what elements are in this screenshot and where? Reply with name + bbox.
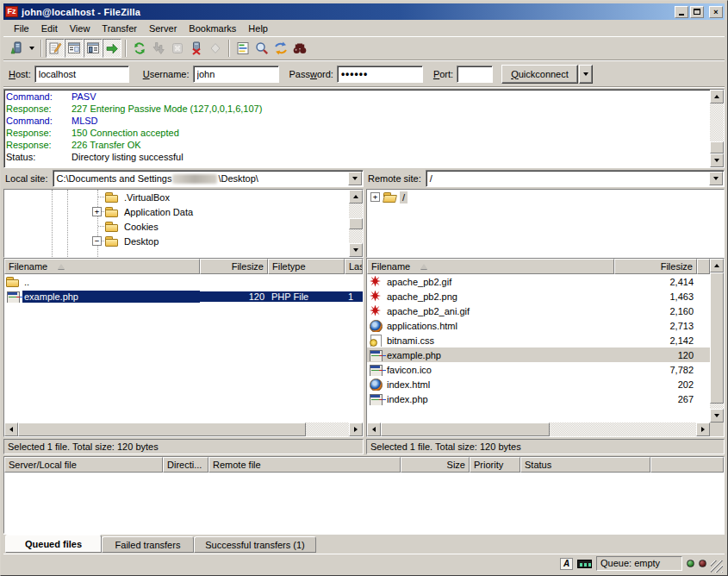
scroll-down-button[interactable] — [349, 243, 363, 257]
local-site-combobox[interactable]: C:\Documents and Settings\Desktop\ — [53, 170, 364, 187]
scroll-thumb[interactable] — [18, 423, 306, 436]
remote-site-combobox[interactable]: / — [426, 170, 725, 187]
toggle-queue-button[interactable] — [103, 39, 121, 58]
scroll-left-button[interactable] — [367, 423, 381, 436]
log-line-text: Directory listing successful — [72, 151, 184, 163]
remote-list-scrollbar[interactable] — [710, 259, 724, 423]
scroll-down-button[interactable] — [710, 409, 724, 423]
menu-item[interactable]: Help — [242, 22, 274, 35]
quickconnect-button[interactable]: Quickconnect — [501, 65, 578, 84]
column-header-last-modified[interactable]: Last modified — [345, 259, 363, 274]
column-header-remote-file[interactable]: Remote file — [208, 457, 401, 473]
refresh-button[interactable] — [130, 39, 149, 58]
tree-expander-icon[interactable] — [92, 207, 102, 216]
scroll-right-button[interactable] — [696, 423, 710, 436]
column-header-size[interactable]: Size — [401, 457, 470, 473]
tree-item[interactable]: .VirtualBox — [4, 190, 349, 204]
file-row[interactable]: favicon.ico 7,782 — [367, 362, 710, 377]
scroll-up-button[interactable] — [710, 90, 724, 103]
tree-item[interactable]: / — [367, 190, 724, 204]
combo-dropdown-button[interactable] — [348, 172, 362, 185]
disconnect-button[interactable] — [187, 39, 206, 58]
menu-item[interactable]: Edit — [35, 22, 64, 35]
menu-item[interactable]: Transfer — [96, 22, 143, 35]
remote-list-hscrollbar[interactable] — [367, 423, 710, 436]
scroll-thumb[interactable] — [710, 272, 724, 404]
menu-item[interactable]: Server — [143, 22, 183, 35]
column-header-direction[interactable]: Directi... — [163, 457, 208, 473]
file-row[interactable]: bitnami.css 2,142 — [367, 333, 710, 347]
tree-item[interactable]: Application Data — [4, 204, 349, 219]
menu-item[interactable]: View — [64, 22, 96, 35]
scroll-thumb[interactable] — [349, 218, 363, 229]
scroll-right-button[interactable] — [349, 423, 363, 436]
menu-item[interactable]: Bookmarks — [183, 22, 242, 35]
menu-item[interactable]: File — [8, 22, 35, 35]
column-header-filesize[interactable]: Filesize — [200, 259, 268, 274]
file-row[interactable]: index.php 267 — [367, 391, 710, 406]
synchronized-browsing-button[interactable] — [271, 39, 290, 58]
file-row[interactable]: index.html 202 — [367, 377, 710, 391]
maximize-button[interactable] — [690, 6, 704, 18]
arrow-up-icon — [353, 192, 358, 198]
cancel-operation-button[interactable] — [168, 39, 187, 58]
scroll-left-button[interactable] — [4, 423, 18, 436]
tree-item[interactable]: Desktop — [4, 234, 349, 248]
queue-body[interactable] — [4, 473, 724, 533]
scroll-thumb[interactable] — [381, 423, 550, 436]
local-list-hscrollbar[interactable] — [4, 423, 363, 436]
app-icon[interactable]: Fz — [5, 6, 18, 17]
process-queue-button[interactable] — [149, 39, 168, 58]
scroll-down-button[interactable] — [710, 153, 724, 167]
column-header-filesize[interactable]: Filesize — [614, 259, 697, 274]
host-label: Host: — [9, 69, 31, 79]
password-input[interactable] — [337, 66, 423, 83]
directory-filters-button[interactable] — [233, 39, 252, 58]
column-header-filename[interactable]: Filename — [367, 259, 614, 274]
local-path-suffix: \Desktop\ — [218, 173, 258, 184]
combo-dropdown-button[interactable] — [709, 172, 723, 185]
local-directory-tree[interactable]: .VirtualBox Application Data Cookies — [4, 190, 349, 257]
minimize-button[interactable] — [675, 6, 688, 18]
column-header-server-local-file[interactable]: Server/Local file — [4, 457, 163, 473]
username-label: Username: — [143, 69, 190, 79]
column-header-priority[interactable]: Priority — [470, 457, 520, 473]
tab-failed-transfers[interactable]: Failed transfers — [102, 536, 194, 553]
scroll-thumb[interactable] — [710, 141, 724, 153]
file-row[interactable]: example.php 120 — [367, 347, 710, 362]
toggle-message-log-button[interactable] — [46, 39, 65, 58]
file-row[interactable]: apache_pb2_ani.gif 2,160 — [367, 304, 710, 318]
remote-directory-tree[interactable]: / — [367, 190, 724, 257]
scroll-up-button[interactable] — [710, 259, 724, 272]
column-header-filetype[interactable]: Filetype — [268, 259, 345, 274]
site-manager-dropdown[interactable] — [26, 39, 37, 58]
tree-item[interactable]: Cookies — [4, 219, 349, 234]
directory-comparison-button[interactable] — [252, 39, 271, 58]
scroll-up-button[interactable] — [349, 190, 363, 203]
file-row[interactable]: apache_pb2.png 1,463 — [367, 289, 710, 304]
resize-grip[interactable] — [711, 560, 723, 573]
column-header-status[interactable]: Status — [520, 457, 650, 473]
tree-expander-icon[interactable] — [92, 236, 102, 246]
username-input[interactable] — [193, 66, 279, 83]
file-row[interactable]: apache_pb2.gif 2,414 — [367, 274, 710, 289]
tab-queued-files[interactable]: Queued files — [5, 535, 102, 553]
port-input[interactable] — [457, 66, 493, 83]
column-header-filename[interactable]: Filename — [4, 259, 200, 274]
file-row[interactable]: .. — [4, 274, 363, 289]
find-files-button[interactable] — [290, 39, 309, 58]
log-scrollbar[interactable] — [710, 90, 724, 167]
site-manager-button[interactable] — [7, 39, 26, 58]
tree-expander-icon[interactable] — [370, 192, 380, 202]
close-button[interactable]: × — [709, 6, 723, 18]
toggle-remote-tree-button[interactable] — [84, 39, 103, 58]
local-tree-scrollbar[interactable] — [349, 190, 363, 257]
host-input[interactable] — [34, 66, 129, 83]
tab-successful-transfers[interactable]: Successful transfers (1) — [194, 536, 316, 553]
file-row[interactable]: example.php 120 PHP File 1 — [4, 289, 363, 304]
quickconnect-dropdown[interactable] — [579, 65, 593, 84]
file-row[interactable]: applications.html 2,713 — [367, 318, 710, 333]
reconnect-button[interactable] — [206, 39, 225, 58]
file-size: 2,160 — [614, 306, 697, 316]
toggle-local-tree-button[interactable] — [65, 39, 84, 58]
